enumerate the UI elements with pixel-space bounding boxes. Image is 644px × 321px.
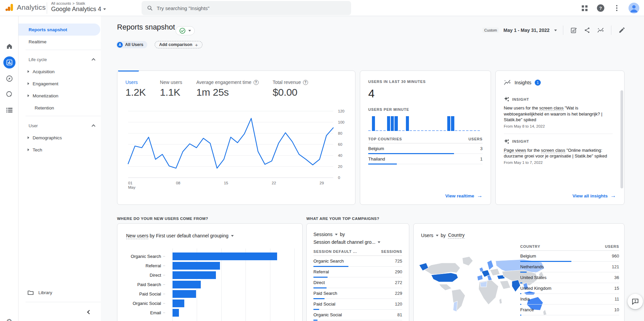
- global-search[interactable]: [142, 1, 351, 15]
- campaign-row[interactable]: Paid Social120: [313, 299, 402, 310]
- campaigns-metric-selector[interactable]: Sessions by: [313, 232, 402, 237]
- view-realtime-link[interactable]: View realtime: [445, 192, 483, 199]
- feedback-button[interactable]: [628, 294, 643, 309]
- report-status-pill[interactable]: [176, 26, 195, 35]
- reports-icon[interactable]: [0, 56, 18, 68]
- svg-text:20: 20: [338, 165, 342, 169]
- users-line-chart[interactable]: 02040608010012001May08152229: [125, 108, 349, 192]
- sidebar-item-library[interactable]: Library: [28, 286, 101, 299]
- insights-scrollbar[interactable]: [620, 90, 623, 188]
- date-range-selector[interactable]: May 1 - May 31, 2022: [503, 28, 550, 33]
- minute-zero-dash: [459, 130, 461, 131]
- realtime-country-row[interactable]: Thailand1: [368, 154, 483, 164]
- analytics-logo[interactable]: Analytics: [5, 3, 46, 12]
- help-icon[interactable]: ?: [303, 80, 308, 85]
- sidebar-item-reports-snapshot[interactable]: Reports snapshot: [18, 24, 100, 36]
- apps-grid-icon[interactable]: [580, 4, 589, 12]
- search-input[interactable]: [157, 5, 346, 11]
- insight-label-row: INSIGHT: [504, 139, 613, 144]
- sidebar-item-retention[interactable]: Retention: [18, 102, 101, 114]
- country-row[interactable]: United States36: [520, 272, 619, 283]
- chevron-down-icon[interactable]: [231, 235, 234, 237]
- expand-arrow-icon[interactable]: [28, 148, 29, 151]
- campaigns-dimension-selector[interactable]: Session default channel gro...: [313, 239, 402, 245]
- share-icon[interactable]: [583, 26, 592, 35]
- svg-text:29: 29: [319, 181, 324, 185]
- expand-arrow-icon[interactable]: [28, 136, 29, 139]
- metric-new-users[interactable]: New users 1.1K: [160, 80, 182, 98]
- metric-total-revenue[interactable]: Total revenue ? $0.00: [273, 80, 308, 98]
- campaign-row[interactable]: Direct272: [313, 277, 402, 288]
- country-row[interactable]: Netherlands121: [520, 262, 619, 272]
- avatar[interactable]: [629, 3, 639, 13]
- edit-icon[interactable]: [617, 26, 626, 35]
- collapse-nav-icon[interactable]: [85, 308, 93, 316]
- admin-gear-icon[interactable]: ⚙: [0, 318, 18, 321]
- channel-name: Direct: [313, 280, 325, 285]
- add-comparison-button[interactable]: Add comparison +: [155, 41, 202, 48]
- breadcrumb-all-accounts[interactable]: All accounts: [51, 1, 71, 5]
- sidebar-item-demographics[interactable]: Demographics: [18, 132, 101, 144]
- bar-row[interactable]: Direct: [126, 271, 294, 279]
- country-row[interactable]: United Kingdom15: [520, 283, 619, 294]
- realtime-country-row[interactable]: Belgium3: [368, 143, 483, 154]
- country-row[interactable]: India11: [520, 294, 619, 305]
- metric-avg-engagement-time[interactable]: Average engagement time ? 1m 25s: [196, 80, 259, 98]
- property-selector[interactable]: Google Analytics 4: [51, 6, 106, 13]
- metric-label: Average engagement time: [196, 80, 252, 85]
- insight-text: New users for the screen class "Wat is w…: [504, 105, 613, 123]
- sidebar-item-acquisition[interactable]: Acquisition: [18, 65, 101, 78]
- bar-row[interactable]: Paid Social: [126, 290, 294, 298]
- country-dimension[interactable]: Country: [448, 232, 464, 238]
- country-bar: [520, 315, 521, 316]
- top-countries-header: TOP COUNTRIES: [368, 137, 402, 141]
- axis-tick: [163, 294, 165, 294]
- home-icon[interactable]: [0, 43, 18, 50]
- view-all-insights-link[interactable]: View all insights: [572, 192, 616, 199]
- metric-users[interactable]: Users 1.2K: [125, 80, 146, 98]
- insight-item[interactable]: INSIGHTPage views for the screen class "…: [504, 135, 613, 169]
- help-icon[interactable]: ?: [254, 80, 259, 85]
- account-breadcrumb[interactable]: All accounts > Statik Google Analytics 4: [51, 1, 106, 13]
- campaign-row[interactable]: Paid Search229: [313, 288, 402, 299]
- help-icon[interactable]: ?: [596, 4, 605, 12]
- more-options-icon[interactable]: [612, 4, 621, 12]
- bar-row[interactable]: Email: [126, 309, 294, 317]
- sidebar-item-label: Engagement: [33, 81, 59, 86]
- explore-icon[interactable]: [0, 75, 18, 82]
- breadcrumb-entity[interactable]: Statik: [76, 1, 85, 5]
- advertising-icon[interactable]: [0, 91, 18, 98]
- configure-icon[interactable]: [0, 107, 18, 113]
- users-per-minute-chart[interactable]: [368, 116, 481, 131]
- bar-chart-metric[interactable]: New users: [126, 233, 148, 239]
- chevron-down-icon[interactable]: [554, 30, 557, 31]
- sidebar-item-tech[interactable]: Tech: [18, 144, 101, 156]
- bar-row[interactable]: Paid Search: [126, 281, 294, 288]
- customize-report-icon[interactable]: [569, 26, 578, 35]
- country-metric-selector[interactable]: Users by Country: [421, 232, 464, 238]
- sidebar-item-engagement[interactable]: Engagement: [18, 78, 101, 90]
- campaign-row[interactable]: Organic Social81: [313, 310, 402, 320]
- country-row[interactable]: France10: [520, 305, 619, 315]
- minute-slot: [444, 116, 447, 131]
- bar-row[interactable]: Referral: [126, 262, 294, 270]
- collapse-chevron-icon[interactable]: [91, 124, 95, 128]
- insight-item[interactable]: INSIGHTNew users for the screen class "W…: [504, 93, 613, 132]
- bar-row[interactable]: Organic Search: [126, 253, 294, 260]
- campaign-row[interactable]: Organic Search725: [313, 256, 402, 267]
- expand-arrow-icon[interactable]: [28, 70, 29, 73]
- sidebar-item-monetization[interactable]: Monetization: [18, 90, 101, 102]
- analytics-logo-icon: [5, 3, 14, 12]
- expand-arrow-icon[interactable]: [28, 82, 29, 85]
- insight-text: Page views for the screen class "Online …: [504, 147, 613, 159]
- expand-arrow-icon[interactable]: [28, 94, 29, 97]
- bar-chart-title[interactable]: New users by First user default channel …: [126, 233, 234, 238]
- bar-row[interactable]: Organic Social: [126, 300, 294, 307]
- insights-toolbar-icon[interactable]: [596, 26, 605, 35]
- all-users-chip[interactable]: A All Users: [116, 41, 147, 48]
- collapse-chevron-icon[interactable]: [91, 58, 95, 62]
- country-row[interactable]: Belgium960: [520, 251, 619, 262]
- campaign-row[interactable]: Referral290: [313, 267, 402, 277]
- sidebar-item-realtime[interactable]: Realtime: [18, 36, 101, 48]
- insight-divider: [504, 134, 613, 134]
